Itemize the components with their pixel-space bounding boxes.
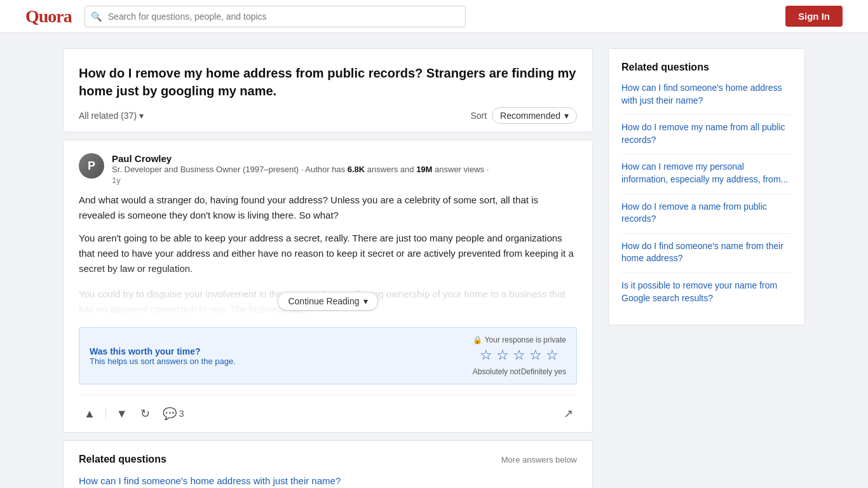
sort-value: Recommended (500, 111, 560, 121)
author-answers: 6.8K (348, 165, 365, 174)
related-link-1[interactable]: How can I find someone's home address wi… (79, 474, 577, 487)
author-info: Paul Crowley Sr. Developer and Business … (112, 153, 577, 185)
more-answers-label: More answers below (501, 455, 577, 464)
sidebar-card: Related questions How can I find someone… (608, 48, 805, 325)
sidebar-divider-2 (621, 154, 792, 154)
answer-card: P Paul Crowley Sr. Developer and Busines… (63, 140, 593, 433)
sidebar: Related questions How can I find someone… (608, 48, 805, 488)
answer-text: And what would a stranger do, having fou… (79, 193, 577, 276)
answer-para-1: And what would a stranger do, having fou… (79, 193, 577, 223)
comment-count: 3 (179, 409, 184, 419)
search-icon: 🔍 (91, 11, 102, 22)
upvote-button[interactable]: ▲ (79, 403, 100, 424)
stars-labels: Absolutely not Definitely yes (473, 367, 566, 376)
related-bottom-title: Related questions (79, 454, 166, 465)
continue-reading-button[interactable]: Continue Reading ▾ (277, 292, 378, 311)
stars-label-left: Absolutely not (473, 367, 520, 376)
related-bottom-card: Related questions More answers below How… (63, 440, 593, 488)
action-bar: ▲ ▼ ↻ 💬 3 ↗ (79, 395, 577, 432)
continue-reading-wrap: You could try to disguise your involveme… (79, 287, 577, 317)
worth-time-box: Was this worth your time? This helps us … (79, 327, 577, 384)
sort-dropdown[interactable]: Recommended ▾ (492, 107, 577, 124)
worth-time-right: 🔒 Your response is private ☆ ☆ ☆ ☆ ☆ Abs… (473, 336, 566, 376)
page-layout: How do I remove my home address from pub… (53, 33, 815, 488)
avatar-image: P (79, 153, 104, 179)
answer-time: 1y (112, 175, 577, 185)
worth-time-left: Was this worth your time? This helps us … (90, 346, 236, 366)
sidebar-link-1[interactable]: How can I find someone's home address wi… (621, 82, 792, 107)
author-bio-suffix: answer views · (432, 165, 489, 174)
share-rotate-button[interactable]: ↻ (135, 403, 155, 424)
continue-chevron-icon: ▾ (363, 296, 368, 306)
stars-row: ☆ ☆ ☆ ☆ ☆ (480, 347, 559, 363)
continue-reading-label: Continue Reading (288, 296, 359, 306)
private-label: 🔒 Your response is private (473, 336, 566, 344)
sidebar-divider-4 (621, 233, 792, 234)
author-bio-prefix: Sr. Developer and Business Owner (1997–p… (112, 165, 348, 174)
sidebar-divider-5 (621, 273, 792, 273)
upvote-icon: ▲ (84, 407, 95, 421)
search-bar: 🔍 (85, 6, 466, 27)
worth-time-sub: This helps us sort answers on the page. (90, 356, 236, 366)
sort-label: Sort (470, 111, 487, 121)
worth-time-title: Was this worth your time? (90, 346, 236, 356)
author-views: 19M (416, 165, 432, 174)
star-1[interactable]: ☆ (480, 347, 492, 363)
rotate-icon: ↻ (140, 407, 150, 421)
sidebar-divider-1 (621, 114, 792, 115)
header: Quora 🔍 Sign In (0, 0, 868, 33)
logo: Quora (25, 6, 72, 27)
header-right: Sign In (785, 6, 843, 27)
share-button[interactable]: ↗ (560, 403, 577, 424)
all-related[interactable]: All related (37) ▾ (79, 111, 144, 121)
downvote-icon: ▼ (116, 407, 128, 421)
main-content: How do I remove my home address from pub… (63, 48, 593, 488)
author-row: P Paul Crowley Sr. Developer and Busines… (79, 153, 577, 185)
sort-chevron-icon: ▾ (564, 111, 569, 121)
stars-label-right: Definitely yes (521, 367, 566, 376)
sort-right: Sort Recommended ▾ (470, 107, 577, 124)
related-bottom-header: Related questions More answers below (79, 454, 577, 465)
action-divider (105, 407, 106, 420)
sign-in-button[interactable]: Sign In (785, 6, 843, 27)
star-4[interactable]: ☆ (529, 347, 542, 363)
all-related-label: All related (37) (79, 111, 137, 121)
sidebar-link-4[interactable]: How do I remove a name from public recor… (621, 201, 792, 226)
sidebar-link-5[interactable]: How do I find someone's name from their … (621, 240, 792, 265)
star-5[interactable]: ☆ (546, 347, 559, 363)
star-3[interactable]: ☆ (513, 347, 526, 363)
sidebar-divider-3 (621, 194, 792, 194)
avatar: P (79, 153, 104, 179)
chevron-down-icon: ▾ (139, 111, 144, 121)
lock-icon: 🔒 (473, 336, 482, 344)
sidebar-title: Related questions (621, 62, 792, 73)
sidebar-link-3[interactable]: How can I remove my personal information… (621, 161, 792, 186)
comment-button[interactable]: 💬 3 (158, 403, 189, 424)
question-card: How do I remove my home address from pub… (63, 48, 593, 132)
private-label-text: Your response is private (485, 336, 566, 344)
star-2[interactable]: ☆ (496, 347, 509, 363)
share-icon: ↗ (564, 407, 573, 420)
author-bio-mid: answers and (365, 165, 416, 174)
comment-icon: 💬 (163, 407, 177, 421)
downvote-button[interactable]: ▼ (111, 403, 133, 424)
author-name[interactable]: Paul Crowley (112, 153, 577, 164)
question-title: How do I remove my home address from pub… (79, 64, 577, 100)
sidebar-link-2[interactable]: How do I remove my name from all public … (621, 121, 792, 146)
answer-para-2: You aren't going to be able to keep your… (79, 231, 577, 276)
sidebar-link-6[interactable]: Is it possible to remove your name from … (621, 280, 792, 304)
author-bio: Sr. Developer and Business Owner (1997–p… (112, 164, 577, 175)
search-input[interactable] (85, 6, 466, 27)
sort-bar: All related (37) ▾ Sort Recommended ▾ (79, 100, 577, 132)
